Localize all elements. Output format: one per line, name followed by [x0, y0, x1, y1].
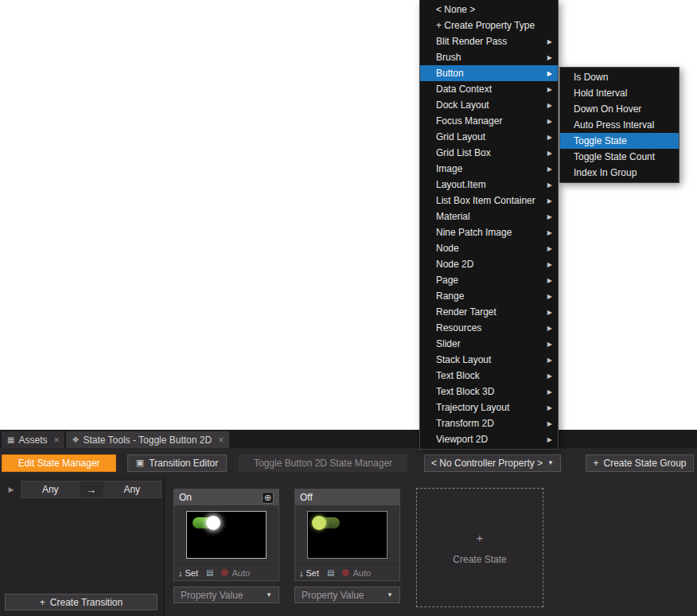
menu-item-label: Blit Render Pass	[436, 36, 543, 47]
set-label[interactable]: Set	[185, 568, 199, 578]
submenu-arrow-icon: ▶	[547, 86, 552, 93]
submenu-item-is-down[interactable]: Is Down	[560, 69, 679, 85]
menu-item-stack-layout[interactable]: Stack Layout▶	[420, 352, 558, 368]
submenu-arrow-icon: ▶	[547, 54, 552, 61]
edit-state-manager-button[interactable]: Edit State Manager	[2, 454, 116, 472]
menu-item-blit-render-pass[interactable]: Blit Render Pass▶	[420, 33, 558, 49]
transition-row[interactable]: ▶ Any → Any	[2, 481, 162, 498]
menu-item-text-block-3d[interactable]: Text Block 3D▶	[420, 384, 558, 400]
submenu-item-hold-interval[interactable]: Hold Interval	[560, 85, 679, 101]
menu-item-label: Image	[436, 163, 543, 174]
submenu-item-toggle-state-count[interactable]: Toggle State Count	[560, 149, 679, 165]
submenu-arrow-icon: ▶	[547, 70, 552, 77]
menu-item-button[interactable]: Button▶	[420, 65, 558, 81]
menu-item-label: Nine Patch Image	[436, 227, 543, 238]
state-card-on[interactable]: On ⊕ ↓ Set	[173, 489, 279, 581]
property-value-dropdown[interactable]: Property Value ▼	[173, 587, 279, 603]
auto-label: Auto	[352, 568, 371, 578]
submenu-arrow-icon: ▶	[547, 309, 552, 316]
button-property-submenu: Is DownHold IntervalDown On HoverAuto Pr…	[559, 67, 679, 183]
auto-label: Auto	[232, 568, 250, 578]
menu-item-label: List Box Item Container	[436, 195, 543, 206]
create-state-group-button[interactable]: + Create State Group	[586, 454, 694, 472]
submenu-item-toggle-state[interactable]: Toggle State	[560, 133, 679, 149]
menu-item-grid-layout[interactable]: Grid Layout▶	[420, 129, 558, 145]
submenu-arrow-icon: ▶	[547, 357, 552, 364]
menu-item-label: Text Block 3D	[436, 386, 543, 397]
create-transition-button[interactable]: + Create Transition	[5, 594, 158, 610]
transition-from: Any	[21, 481, 80, 497]
submenu-arrow-icon: ▶	[547, 150, 552, 157]
menu-item-material[interactable]: Material▶	[420, 209, 558, 224]
menu-item-range[interactable]: Range▶	[420, 288, 558, 304]
chevron-down-icon: ▼	[387, 591, 393, 598]
table-icon[interactable]: ▤	[206, 568, 213, 577]
menu-item-render-target[interactable]: Render Target▶	[420, 304, 558, 320]
assets-icon: ▦	[7, 435, 14, 444]
menu-item-grid-list-box[interactable]: Grid List Box▶	[420, 145, 558, 161]
property-value-label: Property Value	[302, 590, 364, 601]
submenu-arrow-icon: ▶	[547, 229, 552, 236]
set-icon: ↓	[178, 568, 183, 578]
menu-item-label: Brush	[436, 52, 543, 63]
plus-icon: +	[593, 458, 598, 469]
menu-item-layout-item[interactable]: Layout.Item▶	[420, 177, 558, 193]
menu-item-node-2d[interactable]: Node 2D▶	[420, 256, 558, 272]
menu-item-label: Trajectory Layout	[436, 402, 543, 413]
close-icon[interactable]: ×	[53, 435, 59, 446]
menu-item-transform-2d[interactable]: Transform 2D▶	[420, 415, 558, 431]
menu-item-slider[interactable]: Slider▶	[420, 336, 558, 352]
submenu-item-down-on-hover[interactable]: Down On Hover	[560, 101, 679, 117]
menu-item-label: Down On Hover	[574, 103, 673, 115]
menu-item-label: Node 2D	[436, 259, 543, 270]
active-state-target-icon[interactable]: ⊕	[262, 492, 274, 504]
state-card-off[interactable]: Off ↓ Set ▤	[294, 489, 400, 581]
menu-item-create-property-type[interactable]: + Create Property Type	[420, 18, 558, 33]
menu-item-label: Index In Group	[574, 167, 673, 178]
menu-item-label: Resources	[436, 322, 543, 333]
menu-item-text-block[interactable]: Text Block▶	[420, 368, 558, 384]
menu-item-none[interactable]: < None >	[420, 2, 558, 18]
menu-item-viewport-2d[interactable]: Viewport 2D▶	[420, 431, 558, 447]
menu-item-trajectory-layout[interactable]: Trajectory Layout▶	[420, 400, 558, 415]
controller-property-dropdown[interactable]: < No Controller Property > ▼	[424, 454, 561, 472]
states-area: On ⊕ ↓ Set	[173, 489, 400, 603]
property-value-dropdown[interactable]: Property Value ▼	[294, 587, 400, 603]
submenu-item-auto-press-interval[interactable]: Auto Press Interval	[560, 117, 679, 133]
menu-item-data-context[interactable]: Data Context▶	[420, 81, 558, 97]
auto-toggle[interactable]: Auto	[342, 568, 371, 578]
menu-item-nine-patch-image[interactable]: Nine Patch Image▶	[420, 224, 558, 240]
menu-item-label: + Create Property Type	[436, 20, 552, 31]
tab-state-tools[interactable]: ❖ State Tools - Toggle Button 2D ×	[66, 431, 229, 448]
toggle-knob	[312, 516, 326, 530]
auto-toggle[interactable]: Auto	[221, 568, 250, 578]
menu-item-brush[interactable]: Brush▶	[420, 49, 558, 65]
menu-item-image[interactable]: Image▶	[420, 161, 558, 177]
submenu-item-index-in-group[interactable]: Index In Group	[560, 165, 679, 181]
menu-item-resources[interactable]: Resources▶	[420, 320, 558, 336]
table-icon[interactable]: ▤	[327, 568, 334, 577]
expander-icon[interactable]: ▶	[2, 485, 21, 493]
menu-item-label: Page	[436, 275, 543, 286]
set-label[interactable]: Set	[306, 568, 320, 578]
transition-any-any[interactable]: Any → Any	[21, 481, 162, 498]
close-icon[interactable]: ×	[218, 435, 224, 446]
menu-item-page[interactable]: Page▶	[420, 272, 558, 288]
state-thumbnail-wrap	[295, 505, 399, 564]
menu-item-node[interactable]: Node▶	[420, 240, 558, 256]
submenu-arrow-icon: ▶	[547, 436, 552, 443]
submenu-arrow-icon: ▶	[547, 213, 552, 220]
transition-arrow-icon: →	[80, 481, 103, 497]
menu-item-label: Range	[436, 290, 543, 302]
menu-item-label: Auto Press Interval	[574, 119, 673, 131]
menu-item-list-box-item-container[interactable]: List Box Item Container▶	[420, 193, 558, 209]
menu-item-label: Grid List Box	[436, 147, 543, 158]
transition-editor-button[interactable]: ▣ Transition Editor	[127, 454, 227, 472]
transition-editor-label: Transition Editor	[149, 458, 218, 469]
menu-item-focus-manager[interactable]: Focus Manager▶	[420, 113, 558, 129]
state-name: Off	[300, 492, 313, 503]
tab-assets[interactable]: ▦ Assets ×	[2, 431, 64, 448]
create-state-button[interactable]: + Create State	[416, 488, 543, 607]
state-tools-panel: ▦ Assets × ❖ State Tools - Toggle Button…	[0, 430, 697, 616]
menu-item-dock-layout[interactable]: Dock Layout▶	[420, 97, 558, 113]
